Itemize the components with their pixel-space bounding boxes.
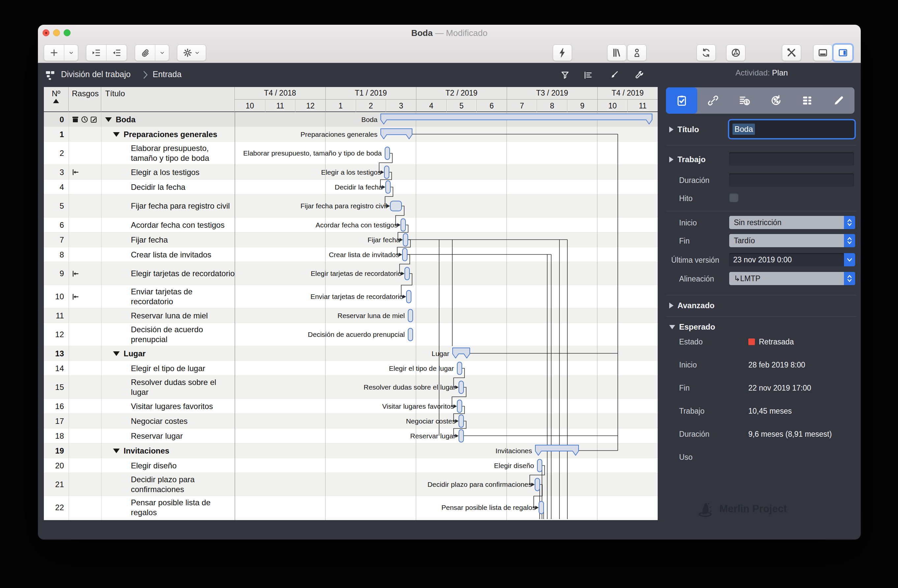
task-row-1[interactable]: 1Preparaciones generales [44,127,658,142]
esperado-value: 10,45 meses [748,404,792,418]
trabajo-input[interactable] [729,152,854,166]
esperado-section[interactable]: Esperado [669,322,715,332]
task-rasgos [69,496,101,519]
tab-costs[interactable] [729,88,760,114]
share-button[interactable] [726,45,745,61]
task-num: 21 [44,473,69,496]
task-title: Invitaciones [101,443,235,458]
project-grid: Nº Rasgos Título T4 / 2018101112T1 / 201… [44,87,658,520]
task-row-2[interactable]: 2Elaborar presupuesto, tamaño y tipo de … [44,142,658,165]
task-num: 6 [44,218,69,232]
avanzado-section[interactable]: Avanzado [669,301,714,310]
task-row-8[interactable]: 8Crear lista de invitados [44,247,658,262]
tab-notes[interactable] [823,88,855,114]
toggle-inspector-button[interactable] [833,45,852,61]
task-row-6[interactable]: 6Acordar fecha con testigos [44,218,658,232]
task-row-19[interactable]: 19Invitaciones [44,443,658,458]
timeline-month: 2 [356,100,386,112]
tab-resources[interactable] [792,88,823,114]
task-title: Enviar tarjetas de recordatorio [101,285,235,308]
format-brush-button[interactable] [607,69,620,82]
task-row-21[interactable]: 21Decidir plazo para confirmaciones [44,473,658,496]
esperado-label: Estado [679,335,703,349]
constraint-icon [71,168,80,177]
task-rasgos [69,443,101,458]
outline-style-button[interactable] [581,69,595,82]
task-row-17[interactable]: 17Negociar costes [44,414,658,428]
task-row-18[interactable]: 18Reservar lugar [44,428,658,443]
column-header-rasgos[interactable]: Rasgos [69,87,101,112]
tools-button[interactable] [782,45,801,61]
task-row-9[interactable]: 9Elegir tarjetas de recordatorio [44,262,658,285]
task-row-10[interactable]: 10Enviar tarjetas de recordatorio [44,285,658,308]
task-num: 16 [44,399,69,414]
view-settings-button[interactable] [633,69,646,82]
task-row-4[interactable]: 4Decidir la fecha [44,180,658,195]
task-num: 7 [44,232,69,247]
task-row-13[interactable]: 13Lugar [44,346,658,361]
titulo-label: Título [669,125,699,134]
task-row-0[interactable]: 0Boda [44,112,658,127]
disclosure-icon[interactable] [669,127,674,132]
toggle-bottom-panel-button[interactable] [813,45,832,61]
hito-label: Hito [679,194,693,203]
task-num: 12 [44,323,69,346]
merlin-hat-icon [696,499,715,519]
task-row-3[interactable]: 3Elegir a los testigos [44,165,658,180]
disclosure-icon[interactable] [669,157,674,163]
library-icon [612,48,622,58]
status-color-swatch [748,338,755,345]
inicio-select[interactable]: Sin restricción [729,216,855,229]
task-title: Elaborar presupuesto, tamaño y tipo de b… [101,142,235,165]
resources-button[interactable] [627,45,646,61]
alineacion-select[interactable]: ↳LMTP [729,272,855,285]
sync-button[interactable] [697,45,716,61]
task-rasgos [69,376,101,399]
task-title: Fijar fecha [101,232,235,247]
task-row-5[interactable]: 5Fijar fecha para registro civil [44,195,658,218]
filter-button[interactable] [558,69,572,82]
quick-action-button[interactable] [553,45,572,61]
collapse-triangle-icon[interactable] [113,132,120,137]
main-area: División del trabajo Entrada Nº Rasgos [38,63,861,540]
tab-plan[interactable] [666,88,697,114]
constraint-icon [71,270,80,278]
task-rasgos [69,142,101,165]
ultima-version-input[interactable]: 23 nov 2019 0:00 [729,253,844,266]
library-button[interactable] [607,45,626,61]
panel-right-icon [838,48,848,58]
column-divider [101,112,101,520]
task-num: 18 [44,428,69,443]
collapse-triangle-icon[interactable] [113,352,120,356]
task-row-20[interactable]: 20Elegir diseño [44,458,658,473]
task-rasgos [69,399,101,414]
titulo-input[interactable]: Boda [729,120,855,138]
date-picker-button[interactable] [844,253,855,266]
hito-checkbox[interactable] [729,193,738,202]
task-rasgos [69,112,101,127]
duracion-input[interactable] [729,173,854,187]
app-watermark: Merlin Project [696,497,834,520]
task-row-7[interactable]: 7Fijar fecha [44,232,658,247]
esperado-value: 9,6 meses (8,91 mesest) [748,427,832,441]
task-row-15[interactable]: 15Resolver dudas sobre el lugar [44,376,658,399]
collapse-triangle-icon[interactable] [113,448,120,453]
task-row-16[interactable]: 16Visitar lugares favoritos [44,399,658,414]
column-header-num[interactable]: Nº [44,87,69,112]
column-header-titulo[interactable]: Título [101,87,235,112]
collapse-triangle-icon[interactable] [105,117,112,122]
task-row-22[interactable]: 22Pensar posible lista de regalos [44,496,658,519]
task-row-12[interactable]: 12Decisión de acuerdo prenupcial [44,323,658,346]
task-row-14[interactable]: 14Elegir el tipo de lugar [44,361,658,376]
tab-progress[interactable] [760,88,792,114]
timeline-quarter: T1 / 2019 [325,87,416,100]
align-list-icon [583,70,593,80]
task-row-11[interactable]: 11Reservar luna de miel [44,308,658,323]
fin-select[interactable]: Tardío [729,234,855,247]
stepper-icon [844,272,855,285]
ultima-version-label: Última versión [671,256,719,265]
task-num: 4 [44,180,69,195]
timeline-quarter: T4 / 2018 [235,87,325,100]
esperado-row-duración: Duración9,6 meses (8,91 mesest) [663,427,861,441]
tab-links[interactable] [697,88,729,114]
